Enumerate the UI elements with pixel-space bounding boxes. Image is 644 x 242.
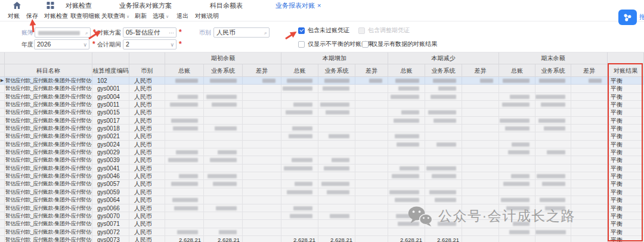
column-header-差异[interactable]: 差异 xyxy=(355,64,388,77)
table-row[interactable]: 暂估应付款_应付账款-集团外-应付暂估-货款gys0039人民币平衡 xyxy=(0,156,644,164)
redacted-amount xyxy=(287,79,312,83)
ellipsis-picker-icon[interactable]: ⋯ xyxy=(169,29,174,36)
tab-close-icon[interactable]: × xyxy=(317,2,321,9)
column-header-对账结果[interactable]: 对账结果 xyxy=(608,64,644,77)
column-header-总账[interactable]: 总账 xyxy=(165,64,204,77)
ledger-label: 账簿 xyxy=(21,27,33,38)
row-indicator xyxy=(0,93,5,101)
toolbar-button-对账[interactable]: 对账 xyxy=(8,12,20,20)
checkbox-box[interactable] xyxy=(298,41,305,48)
cell-amount xyxy=(204,188,243,196)
table-row[interactable]: 暂估应付款_应付账款-集团外-应付暂估-货款gys0029人民币平衡 xyxy=(0,148,644,156)
column-header-业务系统[interactable]: 业务系统 xyxy=(425,64,462,77)
table-row[interactable]: 暂估应付款_应付账款-集团外-应付暂估-货款gys0015人民币平衡 xyxy=(0,108,644,116)
year-select[interactable]: 2026 ∨ xyxy=(34,39,89,49)
column-header-科目名称[interactable]: 科目名称 xyxy=(5,64,92,77)
table-row[interactable]: 暂估应付款_应付账款-集团外-应付暂估-货款gys0021人民币平衡 xyxy=(0,132,644,140)
cell-account-name: 暂估应付款_应付账款-集团外-应付暂估-货款 xyxy=(5,125,92,132)
ledger-input[interactable]: ⌕ xyxy=(35,27,91,38)
column-header-业务系统[interactable]: 业务系统 xyxy=(318,64,355,77)
toolbar-button-关联查询[interactable]: 关联查询∨ xyxy=(101,12,129,20)
table-row[interactable]: 暂估应付款_应付账款-集团外-应付暂估-货款gys0071人民币平衡 xyxy=(0,220,644,228)
column-header-总账[interactable]: 总账 xyxy=(281,64,318,77)
column-header-核算维度编码[interactable]: 核算维度编码 xyxy=(92,64,129,77)
cell-result: 平衡 xyxy=(608,236,644,242)
column-header-差异[interactable]: 差异 xyxy=(571,64,608,77)
cell-amount xyxy=(425,196,462,204)
table-row[interactable]: 暂估应付款_应付账款-集团外-应付暂估-货款gys0018人民币平衡 xyxy=(0,125,644,132)
cell-amount xyxy=(204,85,243,92)
table-row[interactable]: 暂估应付款_应付账款-集团外-应付暂估-货款gys0011人民币平衡 xyxy=(0,101,644,108)
cell-dimension-code: gys0064 xyxy=(92,196,129,204)
column-header-业务系统[interactable]: 业务系统 xyxy=(204,64,243,77)
table-row[interactable]: 暂估应付款_应付账款-集团外-应付暂估-货款gys0072人民币平衡 xyxy=(0,228,644,236)
tab-对账检查[interactable]: 对账检查 xyxy=(66,1,92,10)
cell-currency: 人民币 xyxy=(129,172,165,180)
column-header-总账[interactable]: 总账 xyxy=(499,64,535,77)
cell-amount xyxy=(281,188,318,196)
redacted-amount xyxy=(401,110,419,114)
cell-amount xyxy=(318,93,355,101)
table-row[interactable]: 暂估应付款_应付账款-集团外-应付暂估-货款gys0001人民币平衡 xyxy=(0,85,644,92)
table-row[interactable]: 暂估应付款_应付账款-集团外-应付暂估-货款gys0059人民币平衡 xyxy=(0,188,644,196)
search-icon[interactable]: ⌕ xyxy=(85,29,88,36)
cell-amount xyxy=(499,165,535,172)
table-row[interactable]: 暂估应付款_应付账款-集团外-应付暂估-货款gys0070人民币平衡 xyxy=(0,212,644,220)
column-header-币别[interactable]: 币别 xyxy=(129,64,165,77)
table-row[interactable]: 暂估应付款_应付账款-集团外-应付暂估-货款gys0057人民币平衡 xyxy=(0,180,644,188)
search-icon[interactable]: ⌕ xyxy=(264,29,267,36)
cell-amount xyxy=(318,180,355,188)
cell-dimension-code: gys0066 xyxy=(92,204,129,212)
cell-account-name: 暂估应付款_应付账款-集团外-应付暂估-货款 xyxy=(5,172,92,180)
cell-amount xyxy=(388,220,425,228)
cell-amount xyxy=(425,101,462,108)
table-row[interactable]: 暂估应付款_应付账款-集团外-应付暂估-货款gys0046人民币平衡 xyxy=(0,172,644,180)
column-header-总账[interactable]: 总账 xyxy=(388,64,425,77)
redacted-amount xyxy=(503,182,530,186)
toolbar-button-退出[interactable]: 退出 xyxy=(177,12,188,20)
table-row[interactable]: ▶暂估应付款_应付账款-集团外-应付暂估-货款102人民币平衡 xyxy=(0,77,644,85)
table-row[interactable]: 暂估应付款_应付账款-集团外-应付暂估-货款gys0024人民币平衡 xyxy=(0,141,644,148)
cell-currency: 人民币 xyxy=(129,180,165,188)
chevron-down-icon[interactable]: ∨ xyxy=(170,41,174,48)
period-select[interactable]: 2 ∨ xyxy=(123,39,177,49)
column-header-差异[interactable]: 差异 xyxy=(462,64,499,77)
home-icon[interactable] xyxy=(13,2,21,9)
tab-业务报表对账方案[interactable]: 业务报表对账方案 xyxy=(119,1,172,10)
table-row[interactable]: 暂估应付款_应付账款-集团外-应付暂估-货款gys0004人民币平衡 xyxy=(0,93,644,101)
cell-amount xyxy=(355,212,388,220)
table-row[interactable]: 暂估应付款_应付账款-集团外-应付暂估-货款gys0017人民币平衡 xyxy=(0,117,644,125)
checkbox-仅显示有数据的对账结果[interactable]: 仅显示有数据的对账结果 xyxy=(362,40,437,48)
toolbar-button-对账检查[interactable]: 对账检查 xyxy=(44,12,68,20)
column-header-差异[interactable]: 差异 xyxy=(243,64,281,77)
toolbar-button-对账说明[interactable]: 对账说明 xyxy=(195,12,219,20)
cell-result: 平衡 xyxy=(608,156,644,164)
toolbar-button-刷新[interactable]: 刷新 xyxy=(135,12,147,20)
toolbar-button-联查明细账[interactable]: 联查明细账 xyxy=(70,12,100,20)
grid-menu-icon[interactable] xyxy=(47,2,54,9)
checkbox-box[interactable] xyxy=(298,27,305,34)
toolbar-button-保存[interactable]: 保存 xyxy=(26,12,38,20)
currency-input[interactable]: 人民币 ⌕ xyxy=(213,27,270,38)
cell-amount xyxy=(281,132,318,140)
table-row[interactable]: 暂估应付款_应付账款-集团外-应付暂估-货款gys0041人民币平衡 xyxy=(0,165,644,172)
toolbar-button-选项[interactable]: 选项∨ xyxy=(153,12,169,20)
table-row[interactable]: 暂估应付款_应付账款-集团外-应付暂估-货款gys0064人民币平衡 xyxy=(0,196,644,204)
redacted-amount xyxy=(215,126,237,131)
cell-amount xyxy=(355,148,388,156)
scheme-input[interactable]: 05-暂估应付 ⋯ xyxy=(123,27,177,38)
chevron-down-icon[interactable]: ∨ xyxy=(83,41,87,48)
cell-amount xyxy=(243,77,281,85)
table-row[interactable]: 暂估应付款_应付账款-集团外-应付暂估-货款gys0073人民币2,628.21… xyxy=(0,236,644,242)
cell-amount xyxy=(535,117,571,125)
column-header-业务系统[interactable]: 业务系统 xyxy=(535,64,571,77)
cell-amount xyxy=(318,125,355,132)
checkbox-box[interactable] xyxy=(362,41,369,48)
toolbar-button-label: 刷新 xyxy=(135,13,147,19)
column-group-本期增加: 本期增加 xyxy=(281,52,388,64)
checkbox-包含未过账凭证[interactable]: 包含未过账凭证 xyxy=(298,26,349,35)
table-row[interactable]: 暂估应付款_应付账款-集团外-应付暂估-货款gys0066人民币平衡 xyxy=(0,204,644,212)
filter-panel: 账簿 ⌕ * 对账方案 05-暂估应付 ⋯ * 币别 人民币 ⌕ 年度 2026… xyxy=(0,21,644,52)
float-assistant-button[interactable] xyxy=(618,10,637,25)
tab-科目余额表[interactable]: 科目余额表 xyxy=(210,1,243,10)
